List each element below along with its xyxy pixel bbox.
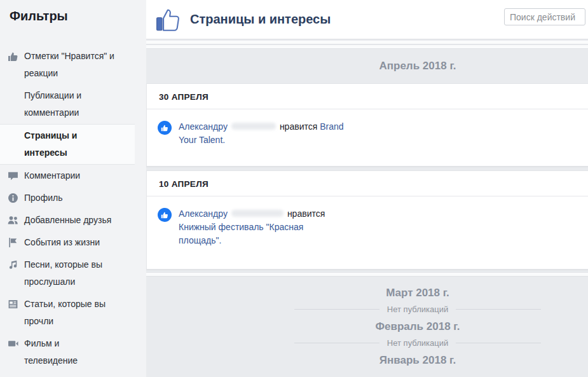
sidebar-item-articles[interactable]: Статьи, которые вы прочли [0, 293, 146, 332]
sidebar-item-label: Песни, которые вы прослушали [24, 256, 140, 291]
page-title: Страницы и интересы [190, 12, 331, 27]
sidebar-item-label: События из жизни [24, 234, 140, 251]
month-banner-april: Апрель 2018 г. [146, 49, 588, 83]
activity-entry: Александрунравится Книжный фестиваль "Кр… [147, 196, 588, 269]
object-link[interactable]: Книжный фестиваль "Красная площадь". [179, 222, 303, 245]
sidebar-item-film-tv[interactable]: Фильм и телевидение [0, 332, 146, 372]
sidebar-item-profile[interactable]: Профиль [0, 187, 146, 209]
like-outline-icon [156, 7, 182, 32]
no-posts-text: Нет публикаций [379, 338, 456, 348]
info-icon [8, 193, 18, 203]
comment-icon [8, 170, 18, 181]
redacted-name [231, 210, 284, 217]
friends-icon [8, 215, 18, 226]
date-header: 10 АПРЕЛЯ [147, 171, 588, 196]
sidebar-item-label: Комментарии [24, 167, 140, 184]
sidebar-item-label: Страницы и интересы [24, 127, 128, 161]
divider-line [294, 309, 379, 310]
filters-list: Отметки "Нравится" и реакции Публикации … [0, 45, 146, 377]
activity-text: Александрунравится Книжный фестиваль "Кр… [179, 207, 369, 247]
sidebar-item-pages[interactable]: Страницы и интересы [0, 124, 135, 165]
video-icon [8, 338, 18, 349]
divider-line [456, 309, 541, 310]
sidebar-item-label: Профиль [24, 189, 140, 207]
month-header-february: Февраль 2018 г. [146, 319, 588, 335]
sidebar-item-comments[interactable]: Комментарии [0, 165, 146, 187]
activity-text: Александрунравится Brand Your Talent. [179, 120, 369, 147]
divider-line [456, 343, 541, 343]
music-icon [8, 259, 18, 270]
action-text: нравится [287, 209, 325, 219]
month-header-january: Январь 2018 г. [146, 352, 588, 369]
activity-card: 30 АПРЕЛЯ Александрунравится Brand Your … [146, 83, 588, 167]
filters-sidebar: Фильтры Отметки "Нравится" и реакции Пуб… [0, 0, 146, 377]
actor-link[interactable]: Александру [179, 121, 228, 132]
sidebar-item-label: Добавленные друзья [24, 212, 140, 229]
no-posts-divider: Нет публикаций [294, 305, 541, 314]
blank-icon [8, 90, 18, 101]
divider-line [294, 343, 379, 343]
sidebar-item-posts[interactable]: Публикации и комментарии [0, 85, 146, 124]
no-posts-divider: Нет публикаций [294, 338, 541, 348]
sidebar-item-likes[interactable]: Отметки "Нравится" и реакции [0, 45, 146, 85]
date-header: 30 АПРЕЛЯ [147, 84, 588, 109]
sidebar-item-songs[interactable]: Песни, которые вы прослушали [0, 254, 146, 293]
sidebar-item-games[interactable]: Игры [0, 372, 146, 377]
action-text: нравится [280, 121, 317, 132]
collapsed-card-edge [146, 41, 588, 45]
blank-icon [8, 130, 18, 141]
older-months: Март 2018 г. Нет публикаций Февраль 2018… [146, 277, 588, 369]
activity-entry: Александрунравится Brand Your Talent. [147, 109, 588, 166]
like-badge-icon [158, 208, 172, 222]
sidebar-item-label: Публикации и комментарии [24, 87, 140, 121]
month-header-march: Март 2018 г. [146, 285, 588, 301]
no-posts-text: Нет публикаций [379, 305, 456, 314]
sidebar-item-label: Фильм и телевидение [24, 335, 140, 369]
sidebar-item-friends-added[interactable]: Добавленные друзья [0, 209, 146, 231]
like-badge-icon [158, 121, 172, 135]
sidebar-item-label: Отметки "Нравится" и реакции [24, 48, 140, 82]
flag-icon [8, 237, 18, 248]
collapsed-card-edge [146, 272, 588, 277]
sidebar-item-label: Статьи, которые вы прочли [24, 296, 140, 330]
sidebar-item-life-events[interactable]: События из жизни [0, 231, 146, 254]
thumbs-up-icon [8, 51, 18, 62]
sidebar-item-label: Игры [24, 374, 140, 377]
article-icon [8, 299, 18, 310]
sidebar-title: Фильтры [0, 9, 146, 24]
activity-search-input[interactable] [504, 8, 585, 25]
activity-card: 10 АПРЕЛЯ Александрунравится Книжный фес… [146, 170, 588, 270]
actor-link[interactable]: Александру [179, 209, 228, 219]
activity-log-main: Страницы и интересы Апрель 2018 г. 30 АП… [146, 0, 588, 377]
redacted-name [231, 123, 276, 130]
